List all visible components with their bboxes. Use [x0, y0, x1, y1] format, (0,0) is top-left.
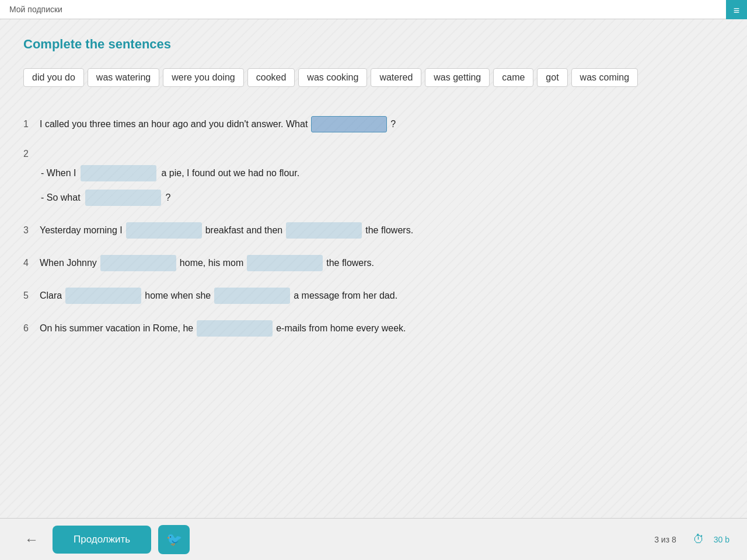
subscriptions-label: Мой подписки — [9, 5, 62, 14]
word-chip-1[interactable]: did you do — [23, 68, 84, 87]
blank-1-1[interactable] — [311, 116, 387, 132]
word-chip-5[interactable]: was cooking — [298, 68, 367, 87]
sentence-num-1: 1 — [23, 119, 36, 130]
sentence-num-4: 4 — [23, 258, 36, 268]
back-button[interactable]: ← — [18, 527, 46, 552]
dialogue-line-2-1: - When I a pie, I found out we had no fl… — [41, 165, 724, 181]
blank-3-1[interactable] — [126, 222, 202, 239]
word-chip-8[interactable]: came — [493, 68, 533, 87]
dl-2-2-prefix: - So what — [41, 192, 81, 203]
word-bank: did you do was watering were you doing c… — [23, 68, 665, 87]
sentence-3-part1: Yesterday morning I — [40, 225, 123, 236]
sentence-3-part3: the flowers. — [365, 225, 413, 236]
dialogue-block-2: - When I a pie, I found out we had no fl… — [23, 165, 724, 206]
sentence-num-6: 6 — [23, 323, 36, 334]
sentence-5-part2: home when she — [145, 290, 211, 301]
progress-indicator: 3 из 8 — [654, 535, 676, 544]
sentence-3: 3 Yesterday morning I breakfast and then… — [23, 214, 724, 247]
word-chip-2[interactable]: was watering — [88, 68, 159, 87]
sentence-4-part1: When Johnny — [40, 258, 97, 268]
word-chip-9[interactable]: got — [537, 68, 567, 87]
sentence-4-part3: the flowers. — [326, 258, 374, 268]
sentence-2: 2 - When I a pie, I found out we had no … — [23, 141, 724, 214]
blank-2-1[interactable] — [81, 165, 156, 181]
continue-button[interactable]: Продолжить — [53, 526, 151, 554]
blank-4-1[interactable] — [100, 255, 176, 271]
sentence-5-part3: a message from her dad. — [294, 290, 397, 301]
dialogue-line-2-2: - So what ? — [41, 190, 724, 206]
dl-2-1-suffix: a pie, I found out we had no flour. — [161, 168, 299, 178]
sentence-1: 1 I called you three times an hour ago a… — [23, 108, 724, 141]
timer-icon: ⏱ — [693, 533, 704, 546]
main-content: Complete the sentences did you do was wa… — [0, 19, 747, 533]
word-chip-6[interactable]: watered — [371, 68, 421, 87]
blank-5-1[interactable] — [65, 288, 141, 304]
word-chip-10[interactable]: was coming — [571, 68, 638, 87]
sentence-1-part2: ? — [390, 119, 396, 130]
word-chip-3[interactable]: were you doing — [163, 68, 244, 87]
sentence-4-part2: home, his mom — [180, 258, 243, 268]
sentence-3-part2: breakfast and then — [205, 225, 283, 236]
sentence-6: 6 On his summer vacation in Rome, he e-m… — [23, 312, 724, 345]
blank-6-1[interactable] — [197, 320, 273, 337]
timer-text: 30 b — [714, 535, 729, 544]
top-bar: Мой подписки — [0, 0, 747, 19]
blank-3-2[interactable] — [286, 222, 362, 239]
hint-icon: 🐦 — [166, 532, 182, 547]
menu-corner-button[interactable]: ≡ — [726, 0, 747, 21]
sentence-4: 4 When Johnny home, his mom the flowers. — [23, 247, 724, 279]
sentence-5: 5 Clara home when she a message from her… — [23, 279, 724, 312]
sentence-6-part1: On his summer vacation in Rome, he — [40, 323, 193, 334]
blank-2-2[interactable] — [85, 190, 161, 206]
blank-4-2[interactable] — [247, 255, 323, 271]
corner-icon: ≡ — [734, 5, 740, 17]
word-chip-7[interactable]: was getting — [425, 68, 490, 87]
bottom-bar: ← Продолжить 🐦 3 из 8 ⏱ 30 b — [0, 518, 747, 560]
sentence-num-3: 3 — [23, 225, 36, 236]
hint-button[interactable]: 🐦 — [158, 525, 190, 554]
page-title: Complete the sentences — [23, 37, 724, 52]
sentence-5-part1: Clara — [40, 290, 62, 301]
blank-5-2[interactable] — [214, 288, 290, 304]
sentence-num-2: 2 — [23, 149, 724, 159]
word-chip-4[interactable]: cooked — [247, 68, 295, 87]
sentence-6-part2: e-mails from home every week. — [276, 323, 406, 334]
sentence-1-part1: I called you three times an hour ago and… — [40, 119, 308, 130]
sentences-container: 1 I called you three times an hour ago a… — [23, 108, 724, 345]
dl-2-2-suffix: ? — [166, 192, 171, 203]
dl-2-1-prefix: - When I — [41, 168, 76, 178]
sentence-num-5: 5 — [23, 290, 36, 301]
